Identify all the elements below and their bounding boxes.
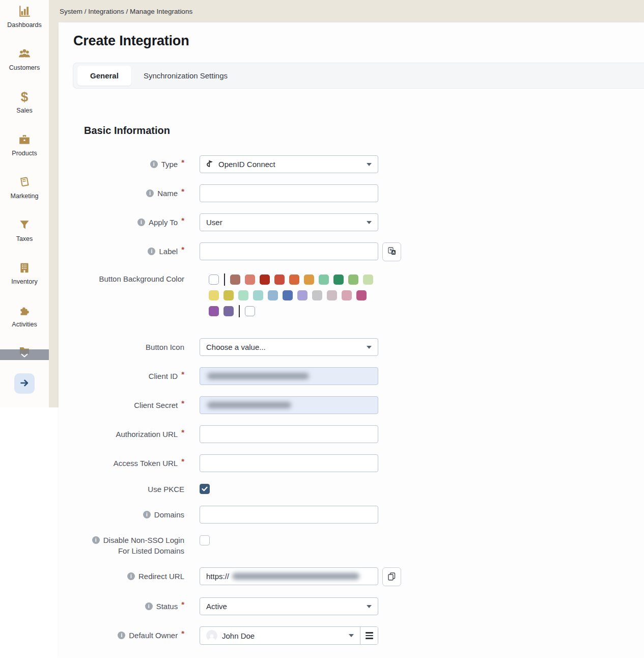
color-swatch[interactable] xyxy=(327,290,337,300)
color-swatch[interactable] xyxy=(289,275,299,285)
field-label: i Redirect URL xyxy=(59,567,184,582)
access-token-url-input[interactable] xyxy=(200,454,378,472)
name-input[interactable] xyxy=(200,184,378,202)
info-icon[interactable]: i xyxy=(143,511,151,518)
integration-form: i Type * OpenID Connect xyxy=(59,155,644,645)
color-swatch[interactable] xyxy=(312,290,322,300)
puzzle-icon xyxy=(18,304,31,317)
default-owner-select[interactable]: John Doe xyxy=(200,627,360,644)
sidebar-item-dashboards[interactable]: Dashboards xyxy=(0,0,49,43)
form-row-button-icon: Button Icon Choose a value... xyxy=(59,338,644,356)
redirect-url-input[interactable]: https:// xyxy=(200,567,378,585)
color-palette xyxy=(209,272,373,322)
domains-input[interactable] xyxy=(200,506,378,524)
info-icon[interactable]: i xyxy=(127,572,135,580)
avatar xyxy=(206,630,217,641)
status-select-value: Active xyxy=(206,602,227,611)
sidebar-expand-button[interactable] xyxy=(14,373,35,394)
field-label: Use PKCE xyxy=(59,483,184,495)
field-label: i Default Owner * xyxy=(59,626,184,641)
bar-chart-icon xyxy=(18,5,31,18)
field-label: i Status * xyxy=(59,597,184,612)
breadcrumb[interactable]: System / Integrations / Manage Integrati… xyxy=(60,0,192,22)
color-swatch[interactable] xyxy=(363,275,373,285)
info-icon[interactable]: i xyxy=(137,218,145,226)
color-swatch[interactable] xyxy=(245,275,255,285)
translations-button[interactable]: A xyxy=(382,242,401,261)
redacted-value xyxy=(207,402,291,408)
color-swatch[interactable] xyxy=(223,290,234,300)
color-swatch[interactable] xyxy=(209,275,219,285)
form-row-label: i Label * A xyxy=(59,242,644,261)
info-icon[interactable]: i xyxy=(92,536,100,544)
field-label: Button Icon xyxy=(59,338,184,352)
field-label: Authorization URL * xyxy=(59,425,184,440)
color-swatch[interactable] xyxy=(274,275,285,285)
color-swatch[interactable] xyxy=(230,275,240,285)
required-marker: * xyxy=(181,599,184,610)
info-icon[interactable]: i xyxy=(118,632,125,639)
sidebar-scroll-down-indicator[interactable] xyxy=(0,349,49,360)
color-swatch[interactable] xyxy=(223,306,234,316)
required-marker: * xyxy=(181,186,184,197)
status-select[interactable]: Active xyxy=(200,597,378,615)
color-swatch[interactable] xyxy=(333,275,344,285)
sidebar-item-taxes[interactable]: Taxes xyxy=(0,214,49,257)
color-swatch[interactable] xyxy=(260,275,270,285)
use-pkce-checkbox[interactable] xyxy=(200,484,210,494)
color-swatch[interactable] xyxy=(356,290,367,300)
tab-general[interactable]: General xyxy=(77,66,131,86)
owner-list-button[interactable] xyxy=(360,627,378,644)
color-swatch[interactable] xyxy=(348,275,358,285)
chevron-down-icon xyxy=(349,634,354,637)
apply-to-select-value: User xyxy=(206,218,222,227)
form-row-redirect-url: i Redirect URL https:// xyxy=(59,567,644,586)
form-row-client-id: Client ID * xyxy=(59,367,644,385)
color-swatch[interactable] xyxy=(319,275,329,285)
info-icon[interactable]: i xyxy=(146,189,154,197)
type-select-value: OpenID Connect xyxy=(218,160,275,169)
form-row-authorization-url: Authorization URL * xyxy=(59,425,644,443)
info-icon[interactable]: i xyxy=(145,602,153,610)
copy-url-button[interactable] xyxy=(382,567,401,586)
sidebar-item-label: Dashboards xyxy=(7,21,41,29)
building-icon xyxy=(18,261,31,275)
info-icon[interactable]: i xyxy=(148,248,155,255)
sidebar-item-inventory[interactable]: Inventory xyxy=(0,257,49,299)
form-row-client-secret: Client Secret * xyxy=(59,396,644,414)
color-swatch[interactable] xyxy=(238,290,248,300)
color-swatch[interactable] xyxy=(253,290,263,300)
authorization-url-input[interactable] xyxy=(200,425,378,443)
client-id-input[interactable] xyxy=(200,367,378,385)
field-label: i Name * xyxy=(59,184,184,199)
client-secret-input[interactable] xyxy=(200,396,378,414)
tab-synchronization-settings[interactable]: Synchronization Settings xyxy=(133,66,238,86)
apply-to-select[interactable]: User xyxy=(200,213,378,231)
sidebar-item-marketing[interactable]: Marketing xyxy=(0,171,49,214)
sidebar-item-label: Taxes xyxy=(16,235,33,242)
color-swatch[interactable] xyxy=(297,290,307,300)
sidebar-item-sales[interactable]: $ Sales xyxy=(0,86,49,128)
type-select[interactable]: OpenID Connect xyxy=(200,155,378,173)
label-input[interactable] xyxy=(200,242,378,260)
button-icon-select[interactable]: Choose a value... xyxy=(200,338,378,356)
disable-non-sso-checkbox[interactable] xyxy=(200,535,210,545)
color-swatch[interactable] xyxy=(304,275,314,285)
info-icon[interactable]: i xyxy=(150,160,158,168)
color-swatch[interactable] xyxy=(342,290,352,300)
copy-icon xyxy=(387,572,396,582)
sidebar-item-customers[interactable]: Customers xyxy=(0,43,49,86)
form-row-domains: i Domains xyxy=(59,506,644,524)
form-row-status: i Status * Active xyxy=(59,597,644,615)
color-swatch[interactable] xyxy=(283,290,293,300)
color-swatch[interactable] xyxy=(268,290,278,300)
color-swatch[interactable] xyxy=(209,290,219,300)
required-marker: * xyxy=(181,628,184,639)
sidebar-item-label: Customers xyxy=(9,64,40,71)
sidebar-item-activities[interactable]: Activities xyxy=(0,299,49,342)
sidebar-item-label: Marketing xyxy=(11,193,39,200)
color-swatch[interactable] xyxy=(245,306,255,316)
form-row-disable-non-sso: i Disable Non-SSO Login For Listed Domai… xyxy=(59,535,644,556)
sidebar-item-products[interactable]: Products xyxy=(0,128,49,171)
color-swatch[interactable] xyxy=(209,306,219,316)
